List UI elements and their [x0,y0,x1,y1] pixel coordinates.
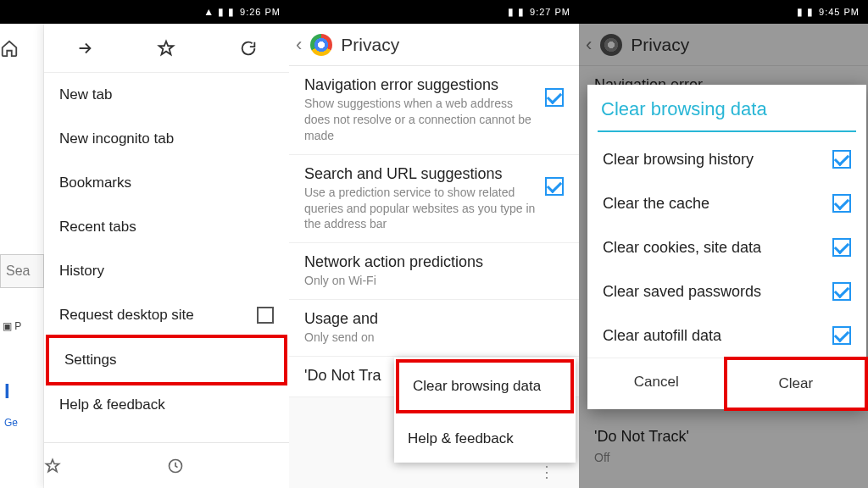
dialog-buttons: Cancel Clear [587,358,866,409]
pref-title: Usage and [304,310,555,328]
status-bar: ▲ ▮ ▮ 9:26 PM [0,0,289,24]
forward-icon[interactable] [44,39,125,58]
panel-privacy-settings: ▮ ▮ 9:27 PM ‹ Privacy Navigation error s… [289,0,579,488]
pref-nav-error[interactable]: Navigation error suggestions Show sugges… [289,66,579,155]
opt-label: Clear autofill data [603,327,721,345]
chrome-icon [310,34,332,56]
battery-icon: ▮ [518,6,525,18]
status-bar: ▮ ▮ 9:27 PM [289,0,579,24]
overflow-dots-icon[interactable]: ⋮ [539,463,554,481]
menu-history[interactable]: History [44,249,289,293]
signal-icon: ▮ [218,6,225,18]
menu-top-row [44,24,289,73]
wifi-icon: ▲ [203,6,214,18]
checkbox-checked-icon[interactable] [832,194,851,213]
status-time: 9:26 PM [240,7,281,17]
home-icon[interactable] [0,30,43,66]
menu-bookmarks[interactable]: Bookmarks [44,161,289,205]
tab-stub: ▣ P [3,320,43,332]
opt-history[interactable]: Clear browsing history [587,137,866,181]
menu-new-incognito[interactable]: New incognito tab [44,117,289,161]
status-bar: ▮ ▮ 9:45 PM [579,0,868,24]
popup-clear-browsing[interactable]: Clear browsing data [396,359,574,413]
status-time: 9:45 PM [819,7,860,17]
opt-cookies[interactable]: Clear cookies, site data [587,225,866,269]
search-stub[interactable]: Sea [0,254,44,288]
panel-clear-dialog: ▮ ▮ 9:45 PM ‹ Privacy Navigation error '… [579,0,868,488]
checkbox-checked-icon[interactable] [545,177,564,196]
options-popup: Clear browsing data Help & feedback [394,358,576,463]
dialog-title: Clear browsing data [587,85,866,130]
panel-chrome-menu: ▲ ▮ ▮ 9:26 PM Sea ▣ P I Ge [0,0,289,488]
clear-data-dialog: Clear browsing data Clear browsing histo… [587,85,866,409]
checkbox-checked-icon[interactable] [545,88,564,107]
pref-sub: Only send on [304,330,555,346]
pref-title: Navigation error suggestions [304,76,537,94]
page-title: Privacy [631,35,689,55]
opt-passwords[interactable]: Clear saved passwords [587,269,866,313]
dialog-divider [598,130,856,132]
reload-icon[interactable] [208,39,289,58]
menu-new-tab[interactable]: New tab [44,73,289,117]
menu-recent-tabs[interactable]: Recent tabs [44,205,289,249]
menu-request-desktop[interactable]: Request desktop site [44,293,289,337]
pref-search-url[interactable]: Search and URL suggestions Use a predict… [289,155,579,244]
signal-icon: ▮ [797,6,804,18]
page-title: Privacy [341,35,399,55]
checkbox-checked-icon[interactable] [832,150,851,169]
menu-settings[interactable]: Settings [46,335,287,385]
cancel-button[interactable]: Cancel [587,358,726,409]
star-outline-icon[interactable] [44,458,167,474]
opt-label: Clear cookies, site data [603,239,761,257]
checkbox-icon[interactable] [257,307,274,324]
status-time: 9:27 PM [530,7,570,17]
pref-sub: Show suggestions when a web address does… [304,96,537,144]
menu-request-desktop-label: Request desktop site [59,307,194,324]
menu-footer [44,442,289,488]
pref-network-predict[interactable]: Network action predictions Only on Wi-Fi [289,243,579,300]
history-icon[interactable] [167,458,290,474]
pref-sub: Use a prediction service to show related… [304,185,537,233]
privacy-header: ‹ Privacy [579,24,868,66]
star-icon[interactable] [125,39,207,58]
blue-letter: I [4,380,10,403]
opt-cache[interactable]: Clear the cache [587,181,866,225]
opt-label: Clear browsing history [603,151,754,169]
menu-help[interactable]: Help & feedback [44,383,289,427]
checkbox-checked-icon[interactable] [832,282,851,301]
bg-off: Off [594,451,609,464]
checkbox-checked-icon[interactable] [832,326,851,345]
battery-icon: ▮ [228,6,235,18]
bg-dnt: 'Do Not Track' [594,428,689,446]
pref-title: Network action predictions [304,253,555,271]
overflow-menu: New tab New incognito tab Bookmarks Rece… [44,24,289,488]
opt-label: Clear the cache [603,195,709,213]
pref-sub: Only on Wi-Fi [304,273,555,289]
clear-button[interactable]: Clear [724,357,869,411]
back-icon: ‹ [586,34,592,56]
chrome-icon [600,34,622,56]
privacy-header: ‹ Privacy [289,24,579,66]
pref-title: Search and URL suggestions [304,165,537,183]
panel1-body: Sea ▣ P I Ge New tab New incognito tab B… [0,24,289,488]
opt-autofill[interactable]: Clear autofill data [587,313,866,358]
signal-icon: ▮ [508,6,515,18]
battery-icon: ▮ [807,6,814,18]
back-icon[interactable]: ‹ [296,34,302,56]
get-stub: Ge [4,417,18,429]
opt-label: Clear saved passwords [603,283,761,301]
popup-help[interactable]: Help & feedback [394,415,576,463]
checkbox-checked-icon[interactable] [832,238,851,257]
pref-usage[interactable]: Usage and Only send on [289,300,579,357]
